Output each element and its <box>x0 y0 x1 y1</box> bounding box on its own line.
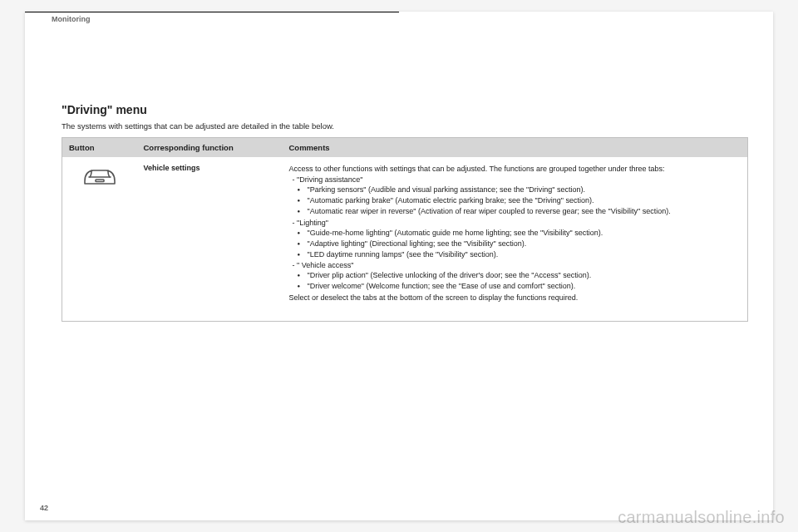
tab-items: "Driver plip action" (Selective unlockin… <box>293 270 741 291</box>
tab-items: "Parking sensors" (Audible and visual pa… <box>293 185 741 216</box>
tab-items: "Guide-me-home lighting" (Automatic guid… <box>293 228 741 259</box>
tab-group: " Vehicle access" "Driver plip action" (… <box>293 261 741 291</box>
list-item: "Automatic parking brake" (Automatic ele… <box>308 195 741 205</box>
table-header-row: Button Corresponding function Comments <box>62 138 748 158</box>
tab-label: " Vehicle access" <box>297 261 353 269</box>
header-rule <box>25 12 399 12</box>
col-header-function: Corresponding function <box>137 138 283 158</box>
list-item: "Parking sensors" (Audible and visual pa… <box>308 185 741 195</box>
col-header-comments: Comments <box>283 138 748 158</box>
section-label: Monitoring <box>52 15 91 23</box>
list-item: "Guide-me-home lighting" (Automatic guid… <box>308 228 741 238</box>
col-header-button: Button <box>62 138 137 158</box>
list-item: "Driver welcome" (Welcome function; see … <box>308 281 741 291</box>
manual-page: Monitoring "Driving" menu The systems wi… <box>25 12 773 520</box>
tabs-list: "Driving assistance" "Parking sensors" (… <box>289 175 741 291</box>
page-content: "Driving" menu The systems with settings… <box>62 103 748 322</box>
list-item: "LED daytime running lamps" (see the "Vi… <box>308 249 741 259</box>
comments-cell: Access to other functions with settings … <box>283 157 748 322</box>
tab-group: "Lighting" "Guide-me-home lighting" (Aut… <box>293 219 741 259</box>
comments-outro: Select or deselect the tabs at the botto… <box>289 293 741 303</box>
menu-title: "Driving" menu <box>62 103 748 116</box>
tab-label: "Lighting" <box>297 219 328 227</box>
svg-rect-0 <box>96 180 104 182</box>
tab-group: "Driving assistance" "Parking sensors" (… <box>293 175 741 216</box>
comments-intro: Access to other functions with settings … <box>289 164 741 174</box>
function-name-cell: Vehicle settings <box>137 157 283 322</box>
watermark: carmanualsonline.info <box>618 508 785 527</box>
table-row: Vehicle settings Access to other functio… <box>62 157 748 322</box>
page-header: Monitoring <box>25 12 773 28</box>
menu-subtitle: The systems with settings that can be ad… <box>62 121 748 131</box>
list-item: "Automatic rear wiper in reverse" (Activ… <box>308 206 741 216</box>
page-number: 42 <box>40 504 48 512</box>
list-item: "Driver plip action" (Selective unlockin… <box>308 270 741 280</box>
vehicle-settings-car-icon <box>81 164 119 190</box>
function-name: Vehicle settings <box>144 164 200 172</box>
tab-label: "Driving assistance" <box>297 175 362 184</box>
list-item: "Adaptive lighting" (Directional lightin… <box>308 239 741 249</box>
functions-table: Button Corresponding function Comments <box>62 137 748 322</box>
button-icon-cell <box>62 157 137 322</box>
